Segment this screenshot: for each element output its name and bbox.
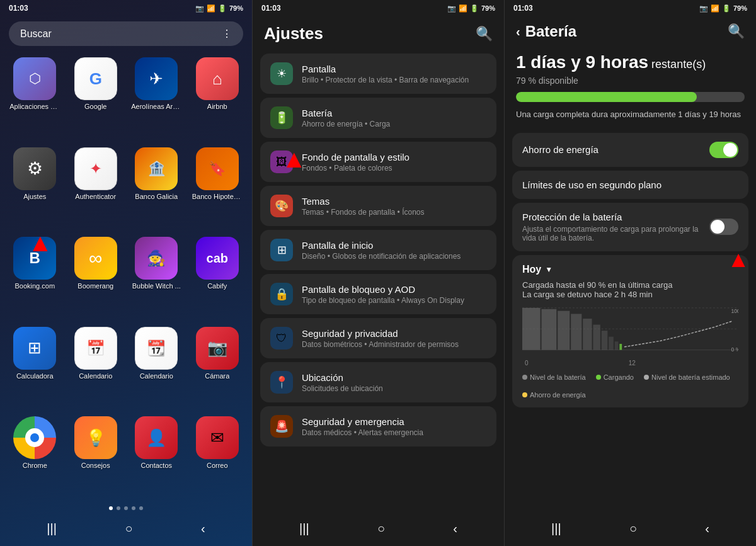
proteccion-toggle[interactable] xyxy=(709,219,738,235)
app-item-google[interactable]: G Google xyxy=(67,54,125,140)
app-item-ajustes[interactable]: ⚙ Ajustes ▲ xyxy=(6,144,64,230)
home-icon: ⊞ xyxy=(277,243,287,257)
nav-home-2[interactable]: ○ xyxy=(377,521,385,536)
settings-item-temas[interactable]: 🎨 Temas Temas • Fondos de pantalla • Íco… xyxy=(260,186,496,226)
search-label: Buscar xyxy=(20,28,52,40)
search-icon-settings[interactable]: 🔍 xyxy=(476,26,493,42)
battery-bar-fill xyxy=(516,92,697,102)
nav-recent-1[interactable]: ||| xyxy=(47,521,57,536)
chart-label-0: 0 xyxy=(525,360,529,367)
settings-icon-bloqueo: 🔒 xyxy=(270,283,293,305)
svg-rect-11 xyxy=(609,336,614,350)
app-item-boomerang[interactable]: ∞ Boomerang xyxy=(67,233,125,319)
search-bar[interactable]: Buscar ⋮ xyxy=(9,21,243,46)
chart-svg: 100 0 % xyxy=(522,307,738,357)
app-item-bubble-witch[interactable]: 🧙 Bubble Witch ... xyxy=(128,233,185,319)
settings-text-segemerg: Seguridad y emergencia Datos médicos • A… xyxy=(302,416,486,437)
chart-label-12: 12 xyxy=(629,360,636,367)
legend-dot-cargando xyxy=(596,375,601,380)
settings-item-bloqueo[interactable]: 🔒 Pantalla de bloqueo y AOD Tipo de bloq… xyxy=(260,274,496,314)
ahorro-toggle[interactable] xyxy=(709,142,738,158)
app-item-aplicaciones[interactable]: ⬡ Aplicaciones d... xyxy=(6,54,64,140)
battery-row-limites[interactable]: Límites de uso en segundo plano xyxy=(512,171,748,199)
svg-rect-5 xyxy=(541,309,556,350)
search-icon-battery[interactable]: 🔍 xyxy=(728,23,745,40)
app-item-aerolineas[interactable]: ✈ Aerolíneas Arg... xyxy=(128,54,185,140)
battery-chart: 100 0 % 0 12 xyxy=(522,307,738,370)
app-item-airbnb[interactable]: ⌂ Airbnb xyxy=(189,54,246,140)
settings-name-bateria: Batería xyxy=(302,108,486,118)
app-icon-google: G xyxy=(74,57,117,100)
app-item-banco-hipotec[interactable]: 🔖 Banco Hipotec... xyxy=(189,144,246,230)
settings-sub-bateria: Ahorro de energía • Carga xyxy=(302,120,486,128)
page-dots xyxy=(0,499,252,515)
emergency-icon: 🚨 xyxy=(275,419,289,433)
settings-item-segemerg[interactable]: 🚨 Seguridad y emergencia Datos médicos •… xyxy=(260,406,496,446)
today-dropdown-icon[interactable]: ▼ xyxy=(545,265,553,274)
svg-rect-8 xyxy=(583,319,592,350)
app-item-chrome[interactable]: Chrome xyxy=(6,412,64,499)
today-charge-info: Cargada hasta el 90 % en la última carga xyxy=(522,280,738,290)
app-label-banco-galicia: Banco Galicia xyxy=(135,193,178,201)
nav-home-3[interactable]: ○ xyxy=(629,521,637,536)
battery-row-proteccion[interactable]: Protección de la batería Ajusta el compo… xyxy=(512,203,748,251)
settings-item-ubicacion[interactable]: 📍 Ubicación Solicitudes de ubicación xyxy=(260,362,496,402)
settings-item-bateria[interactable]: 🔋 Batería Ahorro de energía • Carga ▲ xyxy=(260,98,496,138)
battery-time-remaining: 1 días y 9 horas restante(s) xyxy=(516,52,745,73)
app-item-banco-galicia[interactable]: 🏦 Banco Galicia xyxy=(128,144,185,230)
today-header: Hoy ▼ xyxy=(522,264,738,275)
app-icon-banco-hipotec: 🔖 xyxy=(196,147,239,190)
sun-icon: ☀ xyxy=(277,67,287,81)
app-label-airbnb: Airbnb xyxy=(207,103,227,111)
legend-dot-nivel xyxy=(522,375,527,380)
app-label-bubble-witch: Bubble Witch ... xyxy=(132,282,181,290)
battery-icon-3: 🔋 xyxy=(722,4,731,13)
status-bar-2: 01:03 📷 📶 🔋 79% xyxy=(253,0,504,16)
battery-panel: 01:03 📷 📶 🔋 79% ‹ Batería 🔍 1 días y 9 h… xyxy=(504,0,756,546)
dot-2[interactable] xyxy=(117,506,120,510)
nav-home-1[interactable]: ○ xyxy=(125,521,132,536)
app-label-cabify: Cabify xyxy=(207,282,227,290)
settings-item-inicio[interactable]: ⊞ Pantalla de inicio Diseño • Globos de … xyxy=(260,230,496,270)
app-item-contactos[interactable]: 👤 Contactos xyxy=(128,412,185,499)
legend-label-nivel: Nivel de la batería xyxy=(530,373,586,381)
dot-1[interactable] xyxy=(109,506,113,510)
dot-4[interactable] xyxy=(132,506,135,510)
app-item-consejos[interactable]: 💡 Consejos xyxy=(67,412,125,499)
status-icons-3: 📷 📶 🔋 79% xyxy=(699,4,747,13)
app-label-aerolineas: Aerolíneas Arg... xyxy=(131,103,181,111)
time-1: 01:03 xyxy=(9,4,28,13)
app-item-camara[interactable]: 📷 Cámara xyxy=(189,323,246,409)
settings-name-inicio: Pantalla de inicio xyxy=(302,240,486,251)
app-label-banco-hipotec: Banco Hipotec... xyxy=(192,193,243,201)
app-item-authenticator[interactable]: ✦ Authenticator xyxy=(67,144,125,230)
legend-label-estimado: Nivel de batería estimado xyxy=(651,373,730,381)
more-icon[interactable]: ⋮ xyxy=(222,28,232,40)
nav-recent-2[interactable]: ||| xyxy=(299,521,309,536)
nav-back-2[interactable]: ‹ xyxy=(453,521,457,536)
shield-icon: 🛡 xyxy=(276,332,287,345)
nav-back-1[interactable]: ‹ xyxy=(201,521,205,536)
app-label-google: Google xyxy=(84,103,106,111)
settings-icon-inicio: ⊞ xyxy=(270,239,293,261)
settings-item-pantalla[interactable]: ☀ Pantalla Brillo • Protector de la vist… xyxy=(260,54,496,94)
settings-text-inicio: Pantalla de inicio Diseño • Globos de no… xyxy=(302,240,486,261)
battery-row-ahorro[interactable]: Ahorro de energía xyxy=(512,133,748,167)
settings-name-segpriv: Seguridad y privacidad xyxy=(302,328,486,339)
back-button[interactable]: ‹ Batería xyxy=(516,23,576,40)
settings-item-segpriv[interactable]: 🛡 Seguridad y privacidad Datos biométric… xyxy=(260,318,496,358)
app-item-calendario2[interactable]: 📆 Calendario xyxy=(128,323,185,409)
battery-main-info: 1 días y 9 horas restante(s) 79 % dispon… xyxy=(505,47,756,133)
ahorro-label: Ahorro de energía xyxy=(522,144,598,155)
dot-5[interactable] xyxy=(139,506,143,510)
dot-3[interactable] xyxy=(124,506,128,510)
app-item-correo[interactable]: ✉ Correo xyxy=(189,412,246,499)
nav-recent-3[interactable]: ||| xyxy=(551,521,561,536)
settings-sub-fondo: Fondos • Paleta de colores xyxy=(302,164,486,173)
app-item-calendario1[interactable]: 📅 Calendario xyxy=(67,323,125,409)
app-item-cabify[interactable]: cab Cabify xyxy=(189,233,246,319)
today-section: Hoy ▼ Cargada hasta el 90 % en la última… xyxy=(512,255,748,407)
app-label-contactos: Contactos xyxy=(140,462,172,470)
app-item-calculadora[interactable]: ⊞ Calculadora xyxy=(6,323,64,409)
nav-back-3[interactable]: ‹ xyxy=(705,521,709,536)
